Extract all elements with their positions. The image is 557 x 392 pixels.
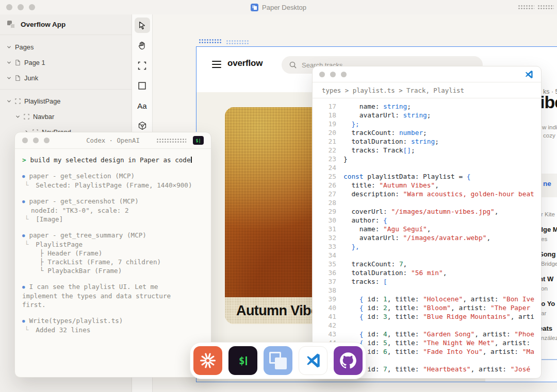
- playlist-desc-fragment-1: w indi: [542, 124, 557, 130]
- codex-terminal-window[interactable]: Codex · OpenAI $| >build my selected des…: [14, 132, 211, 378]
- tree-item-navbar[interactable]: Navbar: [0, 109, 132, 124]
- line-number: 39: [321, 295, 336, 303]
- line-number: 23: [321, 155, 336, 163]
- tool-text[interactable]: Aa: [135, 98, 150, 113]
- playlist-desc-fragment-2: cozy: [543, 132, 555, 139]
- code-editor-window[interactable]: types > playlist.ts > Track, Playlist 17…: [312, 66, 542, 379]
- github-octocat-icon: [338, 351, 358, 370]
- vscode-logo-icon: [304, 352, 322, 369]
- line-number: 25: [321, 172, 336, 181]
- line-number: 21: [321, 137, 336, 146]
- menubar-status-dots-right: [537, 5, 554, 10]
- tree-item-label: PlaylistPage: [24, 97, 60, 105]
- breadcrumb[interactable]: types > playlist.ts > Track, Playlist: [313, 82, 541, 98]
- code-text: { id: 3, title: "Blue Ridge Mountains", …: [343, 312, 534, 321]
- tool-rectangle[interactable]: [135, 78, 150, 93]
- dock-item-terminal[interactable]: $: [228, 346, 257, 375]
- code-text: totalDuration: "56 min",: [343, 268, 447, 277]
- menu-icon[interactable]: [212, 61, 221, 68]
- track-title-fragment: dge M: [539, 226, 557, 233]
- tree-item-pages[interactable]: Pages: [0, 39, 132, 55]
- hand-icon: [138, 41, 146, 50]
- app-name: Overflow App: [21, 21, 65, 28]
- tree-item-playlistpage[interactable]: PlaylistPage: [0, 93, 132, 109]
- tool-select[interactable]: [135, 18, 150, 33]
- code-line: 20 trackCount: number;: [321, 128, 541, 137]
- track-artist-fragment: r Kite: [541, 211, 555, 217]
- terminal-titlebar[interactable]: Codex · OpenAI $|: [15, 132, 211, 149]
- code-line: 43 { id: 4, title: "Garden Song", artist…: [321, 330, 541, 338]
- code-text: name: "Agu Seguí",: [343, 225, 431, 233]
- tool-frame[interactable]: [135, 58, 150, 73]
- terminal-line: └ PlaybackBar (Frame): [22, 266, 206, 275]
- bullet-icon: ●: [22, 318, 25, 323]
- terminal-output[interactable]: >build my selected design in Paper as co…: [15, 149, 211, 334]
- code-text: };: [343, 120, 359, 128]
- code-text: { id: 7, title: "Heartbeats", artist: "J…: [343, 365, 530, 373]
- overflow-app-icon: [7, 20, 15, 29]
- frame-label-blurred[interactable]: [199, 39, 222, 44]
- select-icon: [138, 21, 146, 30]
- code-line: 23}: [321, 155, 541, 163]
- code-line: 36 totalDuration: "56 min",: [321, 268, 541, 277]
- layers-tree: PagesPage 1JunkPlaylistPageNavbarNavBran…: [0, 35, 132, 140]
- track-artist-fragment: nzález: [541, 335, 557, 341]
- editor-titlebar[interactable]: [313, 66, 541, 82]
- code-text: author: {: [343, 216, 387, 225]
- code-line: 32 avatarUrl: "/images/avatar.webp",: [321, 233, 541, 242]
- line-number: 37: [321, 277, 336, 286]
- track-artist-fragment: ar: [541, 310, 546, 316]
- terminal-app-icon: $|: [193, 136, 204, 145]
- elbow-icon: └: [25, 181, 29, 189]
- line-number: 24: [321, 163, 336, 172]
- bullet-icon: ●: [22, 174, 25, 179]
- chevron-down-icon[interactable]: [6, 99, 11, 104]
- vscode-icon: [524, 70, 534, 81]
- tool-hand[interactable]: [135, 38, 150, 53]
- terminal-line: nodeId: "TK3-0", scale: 2: [22, 206, 206, 215]
- dock-item-github[interactable]: [334, 346, 363, 375]
- dock-item-paper[interactable]: [264, 346, 292, 375]
- menubar: Paper Desktop: [0, 0, 557, 14]
- code-line: 31 name: "Agu Seguí",: [321, 225, 541, 233]
- code-area[interactable]: 17 name: string;18 avatarUrl: string;19 …: [313, 98, 541, 373]
- code-text: },: [343, 242, 359, 251]
- menubar-status-dots-left: [518, 5, 534, 10]
- editor-close-button[interactable]: [319, 72, 325, 77]
- code-line: 29 coverUrl: "/images/autumn-vibes.jpg",: [321, 207, 541, 216]
- tree-item-page-1[interactable]: Page 1: [0, 55, 132, 70]
- code-line: 26 title: "Autumn Vibes",: [321, 181, 541, 190]
- code-line: 34: [321, 251, 541, 260]
- dock-item-claude[interactable]: [193, 346, 222, 375]
- chevron-down-icon[interactable]: [6, 60, 11, 65]
- code-line: 17 name: string;: [321, 102, 541, 111]
- dock-item-vscode[interactable]: [299, 346, 327, 375]
- line-number: 32: [321, 233, 336, 242]
- line-number: 22: [321, 146, 336, 155]
- now-playing-title-fragment: ne: [543, 180, 551, 188]
- code-line: 42: [321, 321, 541, 330]
- tree-item-junk[interactable]: Junk: [0, 70, 132, 86]
- line-number: 35: [321, 260, 336, 268]
- code-line: 41 { id: 3, title: "Blue Ridge Mountains…: [321, 312, 541, 321]
- editor-minimize-button[interactable]: [330, 72, 336, 77]
- line-number: 27: [321, 190, 336, 198]
- chevron-down-icon[interactable]: [15, 114, 20, 119]
- chevron-down-icon[interactable]: [6, 76, 11, 80]
- code-text: const playlistData: Playlist = {: [343, 172, 471, 181]
- sidebar-header: Overflow App: [0, 14, 132, 35]
- editor-zoom-button[interactable]: [341, 72, 347, 77]
- terminal-line[interactable]: >build my selected design in Paper as co…: [22, 156, 206, 164]
- file-icon: [15, 59, 21, 66]
- tree-item-label: Page 1: [24, 59, 45, 66]
- chevron-down-icon[interactable]: [6, 45, 11, 49]
- code-text: { id: 2, title: "Bloom", artist: "The Pa…: [343, 303, 530, 312]
- bullet-icon: ●: [22, 284, 25, 289]
- track-artist-fragment: Bridge: [541, 261, 557, 267]
- terminal-line: ●paper - get_selection (MCP): [22, 172, 206, 181]
- code-text: avatarUrl: "/images/avatar.webp",: [343, 233, 490, 242]
- line-number: 20: [321, 128, 336, 137]
- tool-cube[interactable]: [135, 118, 150, 133]
- line-number: 41: [321, 312, 336, 321]
- code-line: 39 { id: 1, title: "Holocene", artist: "…: [321, 295, 541, 303]
